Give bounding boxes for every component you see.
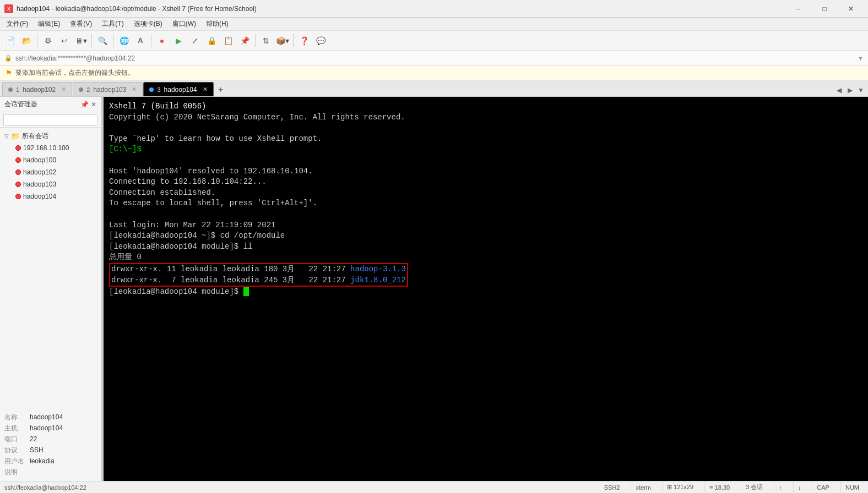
menu-help[interactable]: 帮助(H) [202, 18, 233, 30]
tab-bar: 1 hadoop102 ✕ 2 hadoop103 ✕ 3 hadoop104 … [0, 80, 868, 97]
toolbar-open[interactable]: 📂 [19, 33, 34, 48]
toolbar-red-btn[interactable]: ● [154, 33, 170, 48]
tree-arrow-root: ▽ [4, 133, 9, 139]
toolbar-expand[interactable]: ⤢ [187, 33, 203, 48]
menu-view[interactable]: 查看(V) [66, 18, 96, 30]
sidebar-title: 会话管理器 [4, 100, 78, 109]
info-row-host: 主机 hadoop104 [0, 423, 101, 434]
conn-dot-1 [15, 157, 21, 163]
tree-root[interactable]: ▽ 📁 所有会话 [0, 130, 101, 142]
tree-item-hadoop102[interactable]: hadoop102 [0, 166, 101, 178]
toolbar-sep-4 [151, 34, 151, 47]
menu-window[interactable]: 窗口(W) [168, 18, 200, 30]
info-row-desc: 说明 [0, 467, 101, 478]
status-num: NUM [840, 481, 864, 494]
term-line-7: Host 'hadoop104' resolved to 192.168.10.… [109, 166, 862, 177]
toolbar-sep-6 [293, 34, 294, 47]
toolbar-dropdown-1[interactable]: 🖥▾ [73, 33, 89, 48]
tab-dot-2 [79, 87, 83, 92]
term-jdk-link: jdk1.8.0_212 [350, 276, 406, 284]
term-line-5: [C:\~]$ [109, 144, 862, 155]
toolbar-globe[interactable]: 🌐 [116, 33, 132, 48]
info-label-name: 名称 [4, 413, 26, 422]
toolbar-green-btn[interactable]: ▶ [171, 33, 186, 48]
toolbar-transfer[interactable]: ⇅ [258, 33, 274, 48]
tab-nav-right[interactable]: ▶ [845, 85, 855, 95]
maximize-button[interactable]: □ [812, 1, 837, 17]
tab-dot-1 [8, 87, 13, 92]
term-line-11 [109, 209, 862, 220]
sidebar-pin-icon[interactable]: 📌 [80, 101, 89, 108]
toolbar-btn-1[interactable]: ⚙ [40, 33, 56, 48]
toolbar-chat[interactable]: 💬 [313, 33, 328, 48]
menu-tabs[interactable]: 选项卡(B) [129, 18, 167, 30]
info-value-port: 22 [30, 435, 37, 443]
notif-text: 要添加当前会话，点击左侧的箭头按钮。 [15, 68, 134, 78]
tab-nav-buttons: ◀ ▶ ▼ [834, 85, 866, 96]
info-value-name: hadoop104 [30, 413, 63, 421]
tab-nav-left[interactable]: ◀ [834, 85, 844, 95]
tab-num-1: 1 [16, 86, 19, 93]
term-line-6 [109, 155, 862, 166]
toolbar-new[interactable]: 📄 [2, 33, 18, 48]
title-bar: X hadoop104 - leokadia@hadoop104:/opt/mo… [0, 0, 868, 18]
tree-item-ip[interactable]: 192.168.10.100 [0, 142, 101, 154]
term-line-1: Xshell 7 (Build 0056) [109, 101, 862, 112]
minimize-button[interactable]: – [785, 1, 811, 17]
notification-bar: ⚑ 要添加当前会话，点击左侧的箭头按钮。 [0, 66, 868, 80]
terminal-area[interactable]: Xshell 7 (Build 0056) Copyright (c) 2020… [104, 97, 868, 481]
toolbar-sep-3 [113, 34, 113, 47]
tab-hadoop103[interactable]: 2 hadoop103 ✕ [73, 82, 143, 96]
sidebar-header: 会话管理器 📌 ✕ [0, 97, 101, 112]
toolbar-file[interactable]: 📋 [220, 33, 236, 48]
tab-close-2[interactable]: ✕ [132, 86, 137, 93]
status-up-arrow: ↑ [774, 481, 786, 494]
toolbar-sep-5 [255, 34, 256, 47]
info-value-user: leokadia [30, 457, 55, 465]
info-value-protocol: SSH [30, 446, 44, 454]
menu-file[interactable]: 文件(F) [2, 18, 32, 30]
tab-hadoop102[interactable]: 1 hadoop102 ✕ [2, 82, 72, 96]
toolbar-search[interactable]: 🔍 [95, 33, 110, 48]
tree-item-hadoop103[interactable]: hadoop103 [0, 178, 101, 190]
sidebar-tree: ▽ 📁 所有会话 192.168.10.100 hadoop100 hadoop… [0, 128, 101, 408]
toolbar-help[interactable]: ❓ [296, 33, 312, 48]
toolbar-lock[interactable]: 🔒 [204, 33, 219, 48]
term-line-9: Connection established. [109, 188, 862, 199]
toolbar-dropdown-2[interactable]: 📦▾ [275, 33, 290, 48]
tree-item-hadoop100[interactable]: hadoop100 [0, 154, 101, 166]
sidebar-search[interactable] [0, 112, 101, 128]
term-line-2: Copyright (c) 2020 NetSarang Computer, I… [109, 112, 862, 123]
tab-hadoop104[interactable]: 3 hadoop104 ✕ [143, 82, 213, 96]
status-sessions: 3 会话 [741, 481, 767, 494]
tab-close-1[interactable]: ✕ [61, 86, 66, 93]
sidebar-search-input[interactable] [3, 114, 97, 125]
toolbar-pin[interactable]: 📌 [237, 33, 252, 48]
conn-dot-4 [15, 194, 21, 199]
toolbar-btn-2[interactable]: ↩ [57, 33, 72, 48]
menu-bar: 文件(F) 编辑(E) 查看(V) 工具(T) 选项卡(B) 窗口(W) 帮助(… [0, 18, 868, 31]
status-xterm: xterm [631, 481, 655, 494]
toolbar-font[interactable]: A [133, 33, 148, 48]
term-line-17: drwxr-xr-x. 7 leokadia leokadia 245 3月 2… [111, 275, 406, 286]
conn-dot-2 [15, 169, 21, 175]
address-dropdown-icon[interactable]: ▼ [858, 55, 864, 62]
tab-label-1: hadoop102 [23, 86, 56, 94]
tree-item-hadoop104[interactable]: hadoop104 [0, 190, 101, 202]
tree-label-ip: 192.168.10.100 [23, 144, 69, 152]
status-ssh2: SSH2 [600, 481, 625, 494]
window-controls: – □ ✕ [785, 1, 864, 17]
close-button[interactable]: ✕ [838, 1, 864, 17]
term-line-10: To escape to local shell, press 'Ctrl+Al… [109, 198, 862, 209]
tab-add-button[interactable]: + [214, 83, 227, 96]
tab-nav-menu[interactable]: ▼ [856, 85, 866, 95]
menu-edit[interactable]: 编辑(E) [34, 18, 64, 30]
conn-dot-3 [15, 182, 21, 187]
menu-tools[interactable]: 工具(T) [97, 18, 128, 30]
tab-label-3: hadoop104 [164, 86, 197, 94]
sidebar-close-icon[interactable]: ✕ [91, 101, 96, 108]
term-line-14: [leokadia@hadoop104 module]$ ll [109, 242, 862, 253]
info-label-desc: 说明 [4, 468, 26, 477]
highlight-box: drwxr-xr-x. 11 leokadia leokadia 180 3月 … [109, 263, 408, 287]
tab-close-3[interactable]: ✕ [203, 86, 208, 93]
